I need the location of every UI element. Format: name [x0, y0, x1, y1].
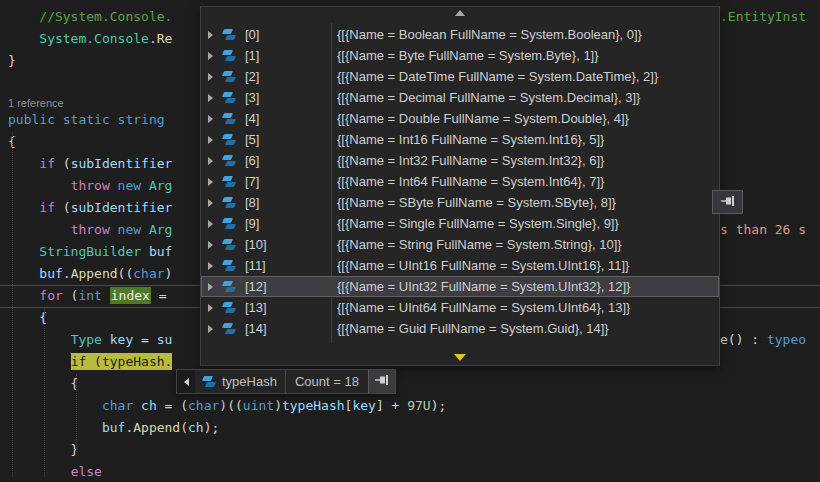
variable-row[interactable]: [14]{[{Name = Guid FullName = System.Gui… [201, 318, 719, 339]
variable-row[interactable]: [4]{[{Name = Double FullName = System.Do… [201, 108, 719, 129]
pin-to-source-button[interactable] [712, 190, 743, 214]
code-line: buf.Append(ch); [8, 418, 219, 437]
code-line: if (subIdentifier [8, 154, 172, 173]
variable-name: [8] [245, 195, 259, 210]
code-line: throw new Arg [8, 220, 172, 239]
variable-row[interactable]: [8]{[{Name = SByte FullName = System.SBy… [201, 192, 719, 213]
variable-value: {[{Name = Byte FullName = System.Byte}, … [337, 45, 599, 66]
syntax-token: key [352, 398, 375, 413]
expand-icon[interactable] [208, 31, 213, 39]
syntax-token: 1 reference [8, 97, 64, 109]
syntax-token: public static string [8, 112, 172, 127]
variable-row[interactable]: [11]{[{Name = UInt16 FullName = System.U… [201, 255, 719, 276]
syntax-token: ) [165, 266, 173, 281]
syntax-token: } [8, 53, 16, 68]
syntax-token: Append [133, 420, 180, 435]
expand-icon[interactable] [208, 262, 213, 270]
syntax-token: System.Console [39, 31, 149, 46]
syntax-token [110, 178, 118, 193]
expand-icon[interactable] [208, 241, 213, 249]
variable-value: {[{Name = Boolean FullName = System.Bool… [337, 24, 642, 45]
code-line: char ch = (char)((uint)typeHash[key] + 9… [8, 396, 446, 415]
variable-row[interactable]: [1]{[{Name = Byte FullName = System.Byte… [201, 45, 719, 66]
syntax-token: Type [71, 332, 102, 347]
variable-name: [3] [245, 90, 259, 105]
expand-icon[interactable] [208, 136, 213, 144]
syntax-token: Append [71, 266, 118, 281]
syntax-token: if (typeHash. [71, 353, 173, 370]
field-icon [220, 154, 236, 167]
syntax-token: . [149, 31, 157, 46]
scroll-up-icon[interactable] [201, 10, 719, 16]
syntax-token [8, 354, 71, 369]
variable-name: [13] [245, 300, 267, 315]
syntax-token [133, 398, 141, 413]
expand-icon[interactable] [208, 325, 213, 333]
syntax-token: .EntityInst [720, 9, 806, 24]
expand-icon[interactable] [208, 283, 213, 291]
scroll-down-icon[interactable] [201, 354, 719, 361]
expand-icon[interactable] [208, 304, 213, 312]
expand-icon[interactable] [208, 178, 213, 186]
syntax-token [8, 178, 71, 193]
code-fragment: s than 26 s [720, 220, 806, 239]
variable-row[interactable]: [13]{[{Name = UInt64 FullName = System.U… [201, 297, 719, 318]
syntax-token: ch [141, 398, 157, 413]
variable-row[interactable]: [10]{[{Name = String FullName = System.S… [201, 234, 719, 255]
indent-guide [76, 374, 77, 454]
code-line: if (typeHash. [8, 352, 172, 371]
indent-guide [44, 308, 45, 477]
code-fragment: e() : typeo [720, 330, 806, 349]
variable-value: {[{Name = Double FullName = System.Doubl… [337, 108, 629, 129]
field-icon [220, 238, 236, 251]
pin-icon [720, 195, 736, 210]
syntax-token: char [102, 398, 133, 413]
field-icon [220, 322, 236, 335]
syntax-token: . [63, 266, 71, 281]
variable-value: {[{Name = String FullName = System.Strin… [337, 234, 622, 255]
variables-list: [0]{[{Name = Boolean FullName = System.B… [201, 24, 719, 339]
variable-row[interactable]: [0]{[{Name = Boolean FullName = System.B… [201, 24, 719, 45]
variable-value: {[{Name = Decimal FullName = System.Deci… [337, 87, 640, 108]
variable-value: {[{Name = Int64 FullName = System.Int64}… [337, 171, 604, 192]
field-icon [220, 133, 236, 146]
variable-row[interactable]: [12]{[{Name = UInt32 FullName = System.U… [201, 276, 719, 297]
variable-name: [2] [245, 69, 259, 84]
code-fragment: .EntityInst [720, 7, 806, 26]
debugger-watch-popup[interactable]: [0]{[{Name = Boolean FullName = System.B… [200, 6, 720, 366]
expand-icon[interactable] [208, 52, 213, 60]
syntax-token: throw [71, 178, 110, 193]
variable-row[interactable]: [2]{[{Name = DateTime FullName = System.… [201, 66, 719, 87]
variable-row[interactable]: [5]{[{Name = Int16 FullName = System.Int… [201, 129, 719, 150]
field-icon [200, 375, 216, 388]
syntax-token: ] + [376, 398, 407, 413]
collapse-icon[interactable] [177, 370, 195, 393]
variable-row[interactable]: [9]{[{Name = Single FullName = System.Si… [201, 213, 719, 234]
syntax-token: ( [55, 156, 71, 171]
syntax-token: Arg [149, 222, 172, 237]
field-icon [220, 175, 236, 188]
expand-icon[interactable] [208, 94, 213, 102]
syntax-token: )(( [219, 398, 242, 413]
variable-row[interactable]: [3]{[{Name = Decimal FullName = System.D… [201, 87, 719, 108]
expand-icon[interactable] [208, 199, 213, 207]
syntax-token [8, 31, 39, 46]
syntax-token [141, 244, 149, 259]
syntax-token: new [118, 222, 141, 237]
expand-icon[interactable] [208, 73, 213, 81]
syntax-token: typeo [767, 332, 806, 347]
syntax-token [8, 332, 71, 347]
expand-icon[interactable] [208, 220, 213, 228]
field-icon [220, 112, 236, 125]
expand-icon[interactable] [208, 157, 213, 165]
pin-button[interactable] [368, 370, 395, 393]
code-editor[interactable]: //System.Console. System.Console.Re}1 re… [0, 0, 820, 482]
field-icon [220, 259, 236, 272]
expand-icon[interactable] [208, 115, 213, 123]
datatip-typehash[interactable]: typeHash Count = 18 [176, 369, 396, 394]
variable-row[interactable]: [7]{[{Name = Int64 FullName = System.Int… [201, 171, 719, 192]
code-line: //System.Console. [8, 7, 172, 26]
syntax-token: = [133, 332, 156, 347]
variable-row[interactable]: [6]{[{Name = Int32 FullName = System.Int… [201, 150, 719, 171]
code-line: Type key = su [8, 330, 172, 349]
